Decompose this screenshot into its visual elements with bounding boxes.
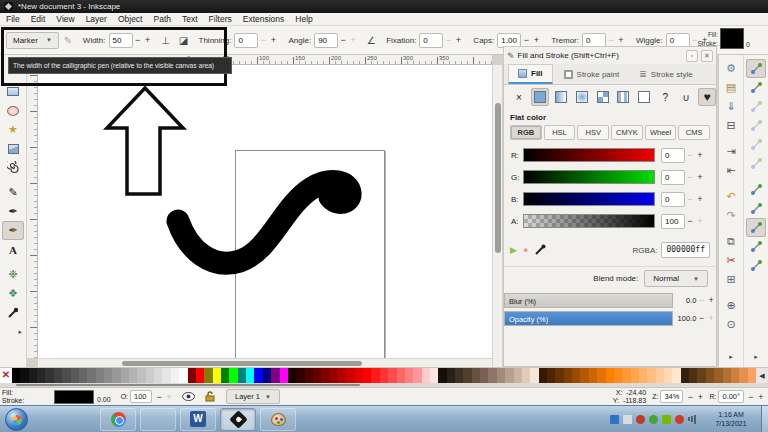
palette-swatch[interactable] — [472, 368, 480, 383]
palette-swatch[interactable] — [37, 368, 45, 383]
slider-alpha[interactable] — [523, 214, 655, 228]
color-picker-icon[interactable] — [534, 244, 546, 256]
commands-bar-expander[interactable]: ▸ — [729, 353, 733, 361]
palette-swatch[interactable] — [731, 368, 739, 383]
edit-presets-icon[interactable]: ✎ — [60, 32, 76, 48]
vertical-scrollbar[interactable] — [492, 65, 502, 367]
statusbar-fill-swatch[interactable] — [54, 390, 94, 404]
palette-swatch[interactable] — [672, 368, 680, 383]
palette-swatch[interactable] — [555, 368, 563, 383]
toolbox-expander[interactable]: ▸ — [18, 328, 22, 336]
palette-swatch[interactable] — [87, 368, 95, 383]
taskbar-clock[interactable]: 1:16 AM 7/13/2021 — [705, 410, 757, 428]
text-tool[interactable]: A — [2, 240, 24, 259]
vertical-scrollbar-thumb[interactable] — [495, 103, 501, 253]
snap-path-intersection-icon[interactable] — [746, 218, 766, 237]
palette-scrollbar-thumb[interactable] — [16, 384, 360, 386]
palette-swatch[interactable] — [330, 368, 338, 383]
rotation-plus[interactable]: + — [756, 390, 766, 404]
palette-swatch[interactable] — [96, 368, 104, 383]
opacity-minus-button[interactable]: − — [696, 311, 706, 326]
palette-swatch[interactable] — [45, 368, 53, 383]
linear-gradient-icon[interactable] — [552, 88, 570, 106]
palette-swatch[interactable] — [714, 368, 722, 383]
slider-green-plus[interactable]: + — [695, 170, 705, 184]
undo-icon[interactable]: ↶ — [721, 187, 741, 206]
palette-swatch[interactable] — [505, 368, 513, 383]
statusbar-opacity-plus[interactable]: + — [164, 390, 174, 404]
zoom-plus[interactable]: + — [695, 390, 705, 404]
field-thinning-input[interactable]: 0 — [234, 33, 258, 48]
field-width-input[interactable]: 50 — [109, 33, 133, 48]
start-button[interactable] — [5, 408, 28, 431]
unknown-paint-icon[interactable]: ? — [656, 88, 674, 106]
palette-swatch[interactable] — [706, 368, 714, 383]
menu-extensions[interactable]: Extensions — [243, 14, 285, 24]
tray-red-badge-icon[interactable] — [675, 415, 684, 424]
palette-swatch[interactable] — [346, 368, 354, 383]
cut-icon[interactable]: ✂ — [721, 251, 741, 270]
snap-node-icon[interactable] — [746, 180, 766, 199]
layer-selector[interactable]: Layer 1 ▼ — [226, 389, 280, 404]
palette-swatch[interactable] — [514, 368, 522, 383]
pencil-tool[interactable]: ✎ — [2, 183, 24, 202]
palette-swatch[interactable] — [597, 368, 605, 383]
slider-green-minus[interactable]: − — [685, 170, 695, 184]
menu-help[interactable]: Help — [295, 14, 312, 24]
dropper-tool[interactable] — [2, 303, 24, 322]
slider-alpha-plus[interactable]: + — [695, 214, 705, 228]
palette-swatch[interactable] — [305, 368, 313, 383]
palette-swatch[interactable] — [79, 368, 87, 383]
palette-swatch[interactable] — [20, 368, 28, 383]
menu-edit[interactable]: Edit — [31, 14, 46, 24]
trace-background-icon[interactable]: ◪ — [176, 32, 192, 48]
palette-swatch[interactable] — [739, 368, 747, 383]
spray-tool[interactable]: ❉ — [2, 265, 24, 284]
taskbar-chrome-icon[interactable] — [100, 408, 136, 431]
blur-value[interactable]: 0.0 — [675, 296, 697, 305]
field-angle-plus[interactable]: + — [348, 33, 358, 47]
panel-collapse-button[interactable]: ▫ — [686, 50, 698, 62]
panel-close-button[interactable]: ✕ — [701, 50, 713, 62]
slider-red-minus[interactable]: − — [685, 148, 695, 162]
import-icon[interactable]: ⇥ — [721, 142, 741, 161]
palette-no-color-swatch[interactable]: ✕ — [0, 368, 12, 383]
tray-blue-app-icon[interactable] — [610, 415, 619, 424]
palette-swatch[interactable] — [179, 368, 187, 383]
palette-swatch[interactable] — [104, 368, 112, 383]
slider-red-plus[interactable]: + — [695, 148, 705, 162]
network-icon[interactable] — [688, 415, 697, 424]
menu-filters[interactable]: Filters — [209, 14, 232, 24]
palette-swatch[interactable] — [263, 368, 271, 383]
opacity-plus-button[interactable]: + — [706, 311, 716, 326]
snap-node-cusp-icon[interactable] — [746, 237, 766, 256]
tray-red-speaker-icon[interactable] — [636, 415, 645, 424]
palette-swatch[interactable] — [580, 368, 588, 383]
palette-swatch[interactable] — [355, 368, 363, 383]
statusbar-opacity-input[interactable]: 100 — [130, 390, 152, 403]
mesh-gradient-icon[interactable] — [594, 88, 612, 106]
palette-swatch[interactable] — [371, 368, 379, 383]
palette-swatch[interactable] — [656, 368, 664, 383]
palette-swatch[interactable] — [622, 368, 630, 383]
palette-swatch[interactable] — [196, 368, 204, 383]
palette-swatch[interactable] — [221, 368, 229, 383]
field-thinning-plus[interactable]: + — [268, 33, 278, 47]
colorspace-tab-rgb[interactable]: RGB — [510, 125, 542, 140]
palette-swatch[interactable] — [121, 368, 129, 383]
snap-bbox-center-icon[interactable] — [746, 154, 766, 173]
blur-plus-button[interactable]: + — [706, 293, 716, 308]
snap-bbox-edge-icon[interactable] — [746, 97, 766, 116]
box3d-tool[interactable] — [2, 139, 24, 158]
colorspace-tab-cmyk[interactable]: CMYK — [611, 125, 643, 140]
tab-fill[interactable]: Fill — [508, 64, 553, 84]
tilt-icon[interactable]: ∠ — [363, 32, 379, 48]
palette-swatch[interactable] — [572, 368, 580, 383]
zoom-selection-icon[interactable]: ⊕ — [721, 296, 741, 315]
palette-swatch[interactable] — [162, 368, 170, 383]
zoom-minus[interactable]: − — [685, 390, 695, 404]
colorspace-tab-cms[interactable]: CMS — [678, 125, 710, 140]
snap-bbox-edge-midpoint-icon[interactable] — [746, 135, 766, 154]
field-angle-input[interactable]: 90 — [314, 33, 338, 48]
rotation-minus[interactable]: − — [746, 390, 756, 404]
